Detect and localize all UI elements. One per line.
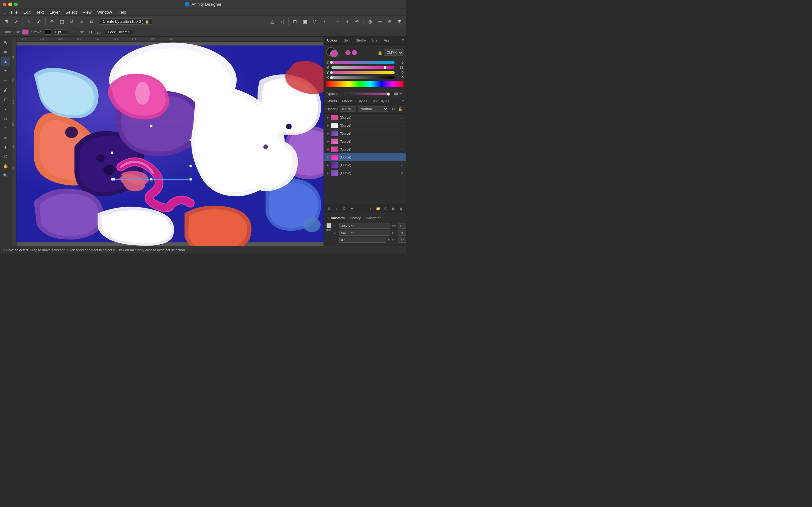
layers-bottom-btn-4[interactable]: ✱ bbox=[349, 206, 355, 212]
slider-c-thumb[interactable] bbox=[330, 61, 333, 64]
layer-expand-7[interactable]: ▶ bbox=[326, 171, 329, 175]
minimize-button[interactable] bbox=[8, 3, 12, 6]
transform-swatch-2[interactable] bbox=[326, 229, 328, 231]
menu-file[interactable]: File bbox=[9, 9, 20, 15]
tool-pen[interactable]: ✒ bbox=[1, 66, 10, 75]
tool-pencil[interactable]: ✏ bbox=[1, 76, 10, 85]
tool-brush[interactable]: 🖌 bbox=[1, 86, 10, 95]
menu-text[interactable]: Text bbox=[34, 9, 46, 15]
stroke-value-input[interactable] bbox=[54, 30, 68, 35]
slider-k-track[interactable] bbox=[332, 76, 395, 79]
transform-swatch-3[interactable] bbox=[329, 229, 331, 231]
menu-edit[interactable]: Edit bbox=[21, 9, 33, 15]
slider-m-track[interactable] bbox=[332, 66, 395, 69]
fill-color-swatch[interactable] bbox=[22, 30, 29, 35]
transform-y-input[interactable] bbox=[339, 230, 390, 236]
layer-item-4[interactable]: ▶ (Curve) ✓ bbox=[324, 146, 406, 153]
toolbar-plus-btn[interactable]: + bbox=[343, 17, 352, 26]
tool-vector-brush[interactable]: ⬥ bbox=[1, 105, 10, 113]
tool-shapes[interactable]: □ bbox=[1, 114, 10, 123]
tab-apr[interactable]: Apr bbox=[380, 37, 392, 44]
toolbar-arrange-btn[interactable]: ≡ bbox=[77, 17, 86, 26]
toolbar-selectrect-btn[interactable]: ⬚ bbox=[57, 17, 66, 26]
tool-dropper[interactable]: ⬡ bbox=[1, 152, 10, 161]
layer-check-0[interactable]: ✓ bbox=[400, 115, 404, 120]
tool-move[interactable]: ↖ bbox=[1, 38, 10, 47]
swatch-small-2[interactable] bbox=[352, 50, 357, 55]
tool-gridview[interactable]: ⊞ bbox=[1, 48, 10, 56]
artwork[interactable] bbox=[16, 42, 323, 246]
ctx-eye-btn[interactable]: 👁 bbox=[79, 29, 86, 36]
toolbar-share-btn[interactable]: ↗ bbox=[12, 17, 20, 26]
opacity-track[interactable] bbox=[344, 93, 390, 95]
menu-window[interactable]: Window bbox=[95, 9, 114, 15]
transform-tab-history[interactable]: History bbox=[347, 215, 363, 221]
layer-expand-0[interactable]: ▶ bbox=[326, 116, 329, 119]
layers-bottom-delete[interactable]: 🗑 bbox=[398, 206, 404, 212]
layer-item-7[interactable]: ▶ (Curve) ✓ bbox=[324, 169, 406, 177]
tool-rect[interactable]: ▭ bbox=[1, 133, 10, 142]
layers-bottom-mask[interactable]: ⬡ bbox=[383, 206, 389, 212]
slider-k-thumb[interactable] bbox=[330, 76, 333, 79]
menu-help[interactable]: Help bbox=[115, 9, 129, 15]
layers-bottom-btn-2[interactable]: ○ bbox=[334, 206, 340, 212]
transform-s-input[interactable] bbox=[398, 237, 406, 243]
panel-menu-btn[interactable]: ≡ bbox=[400, 37, 406, 43]
menu-select[interactable]: Select bbox=[63, 9, 79, 15]
layer-expand-2[interactable]: ▶ bbox=[326, 131, 329, 135]
ctx-align-btn[interactable]: ⊕ bbox=[70, 29, 78, 36]
layer-check-2[interactable]: ✓ bbox=[400, 131, 404, 135]
color-lock-icon[interactable]: 🔒 bbox=[377, 50, 383, 55]
tab-colour[interactable]: Colour bbox=[324, 37, 340, 44]
layers-tab-styles[interactable]: Styles bbox=[355, 98, 369, 104]
layers-bottom-btn-1[interactable]: ⊞ bbox=[326, 206, 332, 212]
ctx-frame-btn[interactable]: ⬚ bbox=[95, 29, 102, 36]
maximize-button[interactable] bbox=[14, 3, 18, 6]
tool-fill-brush[interactable]: ◻ bbox=[1, 95, 10, 104]
transform-x-input[interactable] bbox=[339, 223, 390, 229]
toolbar-export-btn[interactable]: ⬡ bbox=[310, 17, 319, 26]
transform-swatch-1[interactable] bbox=[326, 223, 332, 228]
layers-tab-layers[interactable]: Layers bbox=[324, 98, 339, 104]
layer-check-6[interactable]: ✓ bbox=[400, 163, 404, 167]
layer-check-5[interactable]: ✓ bbox=[400, 155, 404, 159]
layers-opacity-input[interactable] bbox=[340, 107, 356, 112]
layer-expand-4[interactable]: ▶ bbox=[326, 147, 329, 151]
tool-select[interactable]: ▲ bbox=[1, 57, 10, 66]
layer-item-2[interactable]: ▶ (Curve) ✓ bbox=[324, 130, 406, 137]
color-gradient-bar[interactable] bbox=[326, 81, 403, 87]
toolbar-history-btn[interactable]: ↶ bbox=[353, 17, 362, 26]
transform-tab-transform[interactable]: Transform bbox=[326, 215, 347, 221]
menu-view[interactable]: View bbox=[80, 9, 94, 15]
slider-y-track[interactable] bbox=[332, 71, 395, 74]
layers-bottom-folder[interactable]: 📁 bbox=[375, 206, 381, 212]
layer-expand-3[interactable]: ▶ bbox=[326, 139, 329, 143]
tool-ellipse[interactable]: ○ bbox=[1, 124, 10, 132]
toolbar-arrowleft-btn[interactable]: ◁ bbox=[277, 17, 287, 26]
slider-m-thumb[interactable] bbox=[384, 66, 387, 69]
tool-text[interactable]: T bbox=[1, 143, 10, 152]
layer-item-6[interactable]: ▶ (Curve) ✓ bbox=[324, 161, 406, 169]
toolbar-fill-btn[interactable]: ▣ bbox=[300, 17, 309, 26]
layers-bottom-add[interactable]: + bbox=[367, 206, 374, 212]
menu-apple[interactable]:  bbox=[1, 9, 8, 15]
toolbar-pointer-btn[interactable]: ↖ bbox=[25, 17, 34, 26]
layer-item-0[interactable]: ▶ (Curve) ✓ bbox=[324, 114, 406, 122]
layers-tab-effects[interactable]: Effects bbox=[339, 98, 355, 104]
layer-expand-1[interactable]: ▶ bbox=[326, 124, 329, 127]
slider-c-track[interactable] bbox=[332, 61, 395, 64]
toolbar-duplicate-btn[interactable]: ⧉ bbox=[87, 17, 96, 26]
layer-item-3[interactable]: ▶ (Curve) ✓ bbox=[324, 137, 406, 146]
layer-settings-btn[interactable]: ⚙ bbox=[390, 106, 397, 112]
canvas-area[interactable]: 144 216 288 360 432 504 576 648 720 432 … bbox=[11, 37, 323, 246]
layer-lock-btn[interactable]: 🔒 bbox=[397, 106, 403, 112]
blend-mode-select[interactable]: Normal Multiply Screen Overlay bbox=[358, 106, 388, 112]
slider-y-thumb[interactable] bbox=[330, 71, 333, 74]
transform-h-input[interactable] bbox=[398, 230, 406, 236]
layer-check-3[interactable]: ✓ bbox=[400, 139, 404, 144]
layer-item-1[interactable]: ▶ (Curve) ✓ bbox=[324, 122, 406, 130]
toolbar-doc-label[interactable]: Create by Zutto (150.0 ) 🔒 bbox=[100, 18, 152, 25]
lock-children-btn[interactable]: Lock Children bbox=[105, 29, 133, 35]
toolbar-paint-btn[interactable]: 🖌 bbox=[35, 17, 44, 26]
layer-check-1[interactable]: ✓ bbox=[400, 123, 404, 128]
